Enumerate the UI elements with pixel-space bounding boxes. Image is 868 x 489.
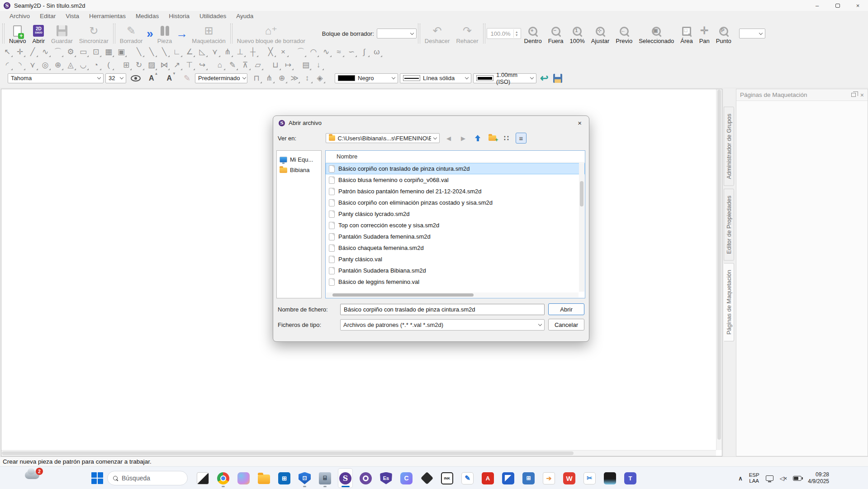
tab-layout-pages[interactable]: Páginas de Maquetación [724,263,734,341]
group-objects-tool-icon[interactable]: ⊞ [120,59,133,71]
menu-editar[interactable]: Editar [35,12,61,20]
draft-mode-button[interactable]: ✎ Borrador [117,22,146,45]
spiral-tool-icon[interactable]: ◔ [90,59,102,71]
curve-node-icon[interactable]: ⋔ [263,72,275,84]
font-family-combobox[interactable]: Tahoma [8,73,104,83]
union-pieces-tool-icon[interactable]: ⊔ [269,59,282,71]
simple-curve-tool-icon[interactable]: ⌒ [294,46,307,58]
undo-button[interactable]: ↶ Deshacer [422,22,453,45]
curve-path-tool-icon[interactable]: ∿ [320,46,332,58]
toolbar-grip[interactable] [483,24,485,43]
cast-display-icon[interactable] [766,475,773,481]
clock[interactable]: 09:28 4/9/2025 [808,471,829,485]
file-row[interactable]: Básico corpiño con traslado de pinza cin… [326,163,585,174]
curve-intersect-tool-icon[interactable]: ∽ [345,46,358,58]
minimize-button[interactable]: – [807,0,827,11]
menu-archivo[interactable]: Archivo [5,12,35,20]
decrease-font-button[interactable]: A▼ [163,74,179,82]
shoulder-point-tool-icon[interactable]: ⋎ [209,46,221,58]
system-monitor-button[interactable]: ⌸ [318,468,332,488]
file-row[interactable]: Top con corrección escote y sisa.sm2d [326,220,585,231]
arc-intersect-tool-icon[interactable]: ◎ [39,59,52,71]
detail-view-button[interactable]: ≡ [516,133,526,144]
task-list-button[interactable]: ➔ [541,468,556,488]
menu-medidas[interactable]: Medidas [131,12,164,20]
zoom-fit-button[interactable]: ⊹ Ajustar [588,22,612,45]
ink-stitch-button[interactable]: INK [440,468,455,488]
layout-mode-button[interactable]: ⊞ Maquetación [189,22,228,45]
group-select-tool-icon[interactable]: ⊡ [90,46,102,58]
seamly2d-button[interactable]: S [338,468,353,488]
arrange-pieces-tool-icon[interactable]: ▦ [102,46,115,58]
zoom-100-button[interactable]: 1 100% [567,22,588,45]
spin-arrows-icon[interactable]: ▲▼ [513,29,520,38]
arc-reverse-tool-icon[interactable]: ◝ [14,59,26,71]
add-piece-tool-icon[interactable]: ⌂ [213,59,226,71]
notes-pen-button[interactable]: ✎ [460,468,475,488]
language-indicator[interactable]: ESP LAA [749,472,759,484]
chrome-button[interactable] [216,468,231,488]
back-button[interactable]: ◀ [443,133,454,144]
normal-point-tool-icon[interactable]: ∟ [171,46,183,58]
zoom-spinbox[interactable]: 100.0% ▲▼ [487,28,521,39]
point-of-contact-tool-icon[interactable]: ⋔ [221,46,234,58]
snipping-tool-button[interactable]: ✂ [582,468,597,488]
scrollbar-thumb[interactable] [2,451,574,455]
toolbox-settings-gear-icon[interactable]: ⚙ [64,46,77,58]
forward-button[interactable]: ▶ [458,133,469,144]
tab-group-manager[interactable]: Administrador de Grupos [724,107,734,186]
elliptical-arc-tool-icon[interactable]: ( [102,59,115,71]
endline-point-tool-icon[interactable]: ╲ [133,46,145,58]
open-button[interactable]: 2DSM2D Abrir [29,22,48,45]
chevrons-icon[interactable]: ≫ [288,72,301,84]
scrollbar-thumb[interactable] [332,293,474,297]
bisector-point-tool-icon[interactable]: ∠ [183,46,196,58]
redo-button[interactable]: ↷ Rehacer [453,22,481,45]
zoom-point-combobox[interactable] [739,29,765,38]
line-type-combobox[interactable]: Línea sólida [400,73,471,83]
label-preset-combobox[interactable]: Predeterminado [195,73,247,83]
file-row[interactable]: Panty clásico lycrado.sm2d [326,208,585,220]
arc-point-tool-icon[interactable]: ◡ [77,59,90,71]
cut-line-tool-icon[interactable]: × [277,46,289,58]
menu-ayuda[interactable]: Ayuda [231,12,258,20]
save-button[interactable]: Guardar [48,22,76,45]
search-box[interactable]: Búsqueda [107,471,188,485]
file-row[interactable]: Básico corpiño con eliminación pinzas co… [326,197,585,208]
anchor-target-icon[interactable]: ⊕ [275,72,288,84]
arc-radius-tool-icon[interactable]: ⌒ [52,46,64,58]
file-row[interactable]: Pantalón Sudadera Bibiana.sm2d [326,265,585,276]
copilot-button[interactable] [236,468,251,488]
file-explorer-button[interactable] [256,468,271,488]
wps-office-button[interactable]: W [562,468,577,488]
file-row[interactable]: Panty clásico.val [326,254,585,265]
toolbar-grip[interactable] [2,24,5,43]
circles-intersect-tool-icon[interactable]: ⊕ [52,59,64,71]
line-weight-combobox[interactable]: 1.00mm (ISO) [473,73,536,83]
anchor-point-tool-icon[interactable]: ⊼ [239,59,251,71]
export-layout-tool-icon[interactable]: ↓ [312,59,325,71]
spline-path-tool-icon[interactable]: ≈ [332,46,345,58]
file-row[interactable]: Pantalón Sudadera femenina.sm2d [326,231,585,242]
task-view-button[interactable] [195,468,210,488]
spline-tool-icon[interactable]: ◠ [307,46,320,58]
menu-utilidades[interactable]: Utilidades [194,12,231,20]
menu-vista[interactable]: Vista [61,12,84,20]
curve-segment-tool-icon[interactable]: ∫ [358,46,370,58]
font-size-combobox[interactable]: 32 [105,73,126,83]
shear-tool-icon[interactable]: ▨ [145,59,158,71]
float-panel-icon[interactable] [851,93,856,97]
rotate-objects-tool-icon[interactable]: ↻ [133,59,145,71]
curves-intersect-tool-icon[interactable]: ∿ [39,46,52,58]
save-format-button[interactable] [553,74,562,83]
acrobat-pdf-button[interactable]: A [480,468,495,488]
file-name-input[interactable]: Básico corpiño con traslado de pinza cin… [340,304,545,315]
export-pieces-tool-icon[interactable]: ↦ [282,59,294,71]
intersect-axis-tool-icon[interactable]: ⊥ [234,46,247,58]
zoom-selected-button[interactable]: ▣ Seleccionado [636,22,677,45]
file-type-combobox[interactable]: Archivos de patrones (*.* *.val *.sm2d) [340,319,545,331]
cancel-button[interactable]: Cancelar [548,319,584,331]
export-draft-tool-icon[interactable]: ↪ [196,59,209,71]
volume-muted-icon[interactable]: ◁× [780,475,787,482]
menu-historia[interactable]: Historia [164,12,194,20]
